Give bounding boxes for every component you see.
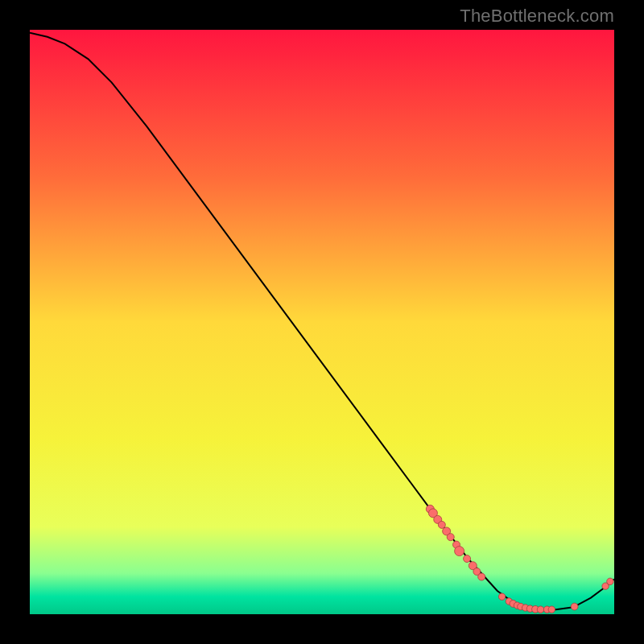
data-marker: [464, 555, 471, 563]
data-marker: [478, 573, 485, 580]
data-marker: [548, 606, 555, 613]
chart-svg: [30, 30, 614, 614]
data-marker: [438, 521, 445, 528]
plot-area: [30, 30, 614, 614]
data-marker: [447, 534, 454, 541]
data-marker: [455, 547, 464, 556]
data-marker: [571, 603, 578, 610]
gradient-background: [30, 30, 614, 614]
chart-container: TheBottleneck.com: [0, 0, 644, 644]
watermark-text: TheBottleneck.com: [460, 6, 614, 27]
data-marker: [537, 606, 543, 613]
data-marker: [607, 578, 613, 584]
data-marker: [498, 593, 505, 600]
